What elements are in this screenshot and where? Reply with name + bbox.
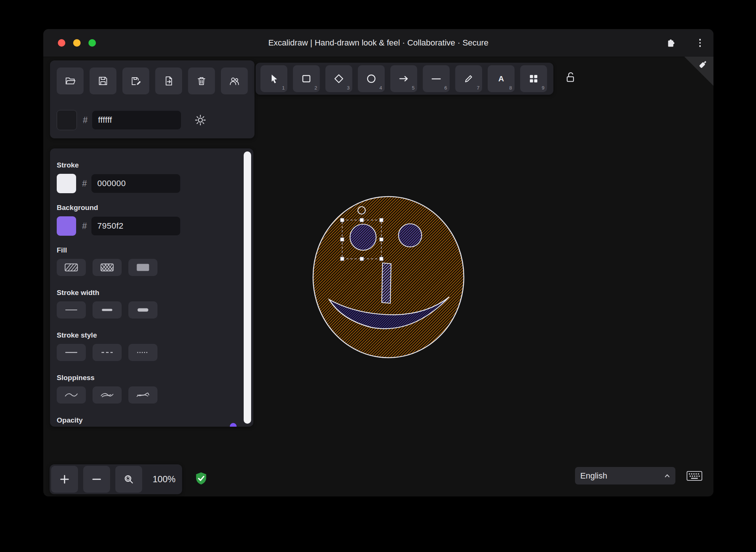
export-file-icon — [163, 75, 174, 87]
architect-squiggle-icon — [64, 390, 79, 400]
fill-options — [57, 259, 228, 276]
arrow-icon — [398, 73, 409, 84]
sloppiness-cartoonist-button[interactable] — [128, 386, 157, 404]
diamond-icon — [333, 73, 344, 84]
extension-puzzle-button[interactable] — [664, 37, 677, 49]
save-as-button[interactable] — [122, 68, 149, 94]
export-button[interactable] — [155, 68, 182, 94]
line-icon — [431, 73, 442, 84]
users-icon — [229, 75, 240, 87]
background-label: Background — [57, 204, 228, 212]
shortcut-label: 6 — [444, 85, 447, 91]
artist-squiggle-icon — [100, 390, 115, 400]
hex-prefix: # — [83, 115, 88, 125]
save-button[interactable] — [90, 68, 116, 94]
sloppiness-artist-button[interactable] — [93, 386, 122, 404]
collaboration-button[interactable] — [221, 68, 248, 94]
thin-line-icon — [64, 305, 79, 315]
zoom-in-button[interactable] — [51, 466, 78, 493]
toolbar-island: 1 2 3 4 — [256, 63, 553, 95]
canvas-settings-button[interactable] — [192, 112, 209, 128]
tool-selection[interactable]: 1 — [260, 65, 287, 92]
hachure-icon — [64, 263, 79, 272]
shortcut-label: 9 — [542, 85, 544, 91]
app-window: Excalidraw | Hand-drawn look & feel · Co… — [43, 29, 713, 496]
fill-hachure-button[interactable] — [57, 259, 86, 276]
rectangle-icon — [301, 73, 312, 84]
stroke-style-solid-button[interactable] — [57, 344, 86, 361]
left-eye[interactable] — [350, 224, 376, 250]
canvas-background-swatch[interactable] — [57, 110, 77, 130]
titlebar: Excalidraw | Hand-drawn look & feel · Co… — [43, 29, 713, 57]
kebab-menu-icon — [699, 39, 701, 47]
smiley-drawing[interactable] — [304, 189, 472, 365]
stroke-width-options — [57, 301, 228, 319]
opacity-slider-thumb[interactable] — [230, 423, 237, 427]
language-select[interactable]: English — [575, 467, 675, 484]
zoom-out-button[interactable] — [83, 466, 110, 493]
minus-icon — [91, 474, 102, 484]
panel-scrollbar[interactable] — [244, 151, 251, 424]
sloppiness-options — [57, 386, 228, 404]
sloppiness-label: Sloppiness — [57, 374, 228, 382]
tool-arrow[interactable]: 5 — [390, 65, 417, 92]
tool-rectangle[interactable]: 2 — [293, 65, 320, 92]
tool-ellipse[interactable]: 4 — [358, 65, 385, 92]
clear-canvas-button[interactable] — [188, 68, 215, 94]
shortcut-label: 2 — [315, 85, 317, 91]
sun-icon — [194, 114, 207, 126]
properties-panel: Stroke # Background # Fill — [50, 148, 253, 427]
stroke-color-swatch[interactable] — [57, 174, 76, 193]
pencil-icon — [463, 73, 474, 84]
tool-line[interactable]: 6 — [423, 65, 450, 92]
sloppiness-architect-button[interactable] — [57, 386, 86, 404]
save-as-pencil-icon — [130, 75, 141, 87]
open-button[interactable] — [57, 68, 84, 94]
magnifier-reset-icon — [123, 474, 134, 485]
tool-shapes[interactable]: 9 — [520, 65, 547, 92]
stroke-width-extra-bold-button[interactable] — [128, 301, 157, 319]
stroke-width-bold-button[interactable] — [93, 301, 122, 319]
language-value: English — [580, 471, 664, 481]
stroke-hex-input[interactable] — [91, 174, 180, 193]
text-icon: A — [496, 73, 507, 84]
chevron-up-icon — [664, 474, 670, 478]
fill-label: Fill — [57, 246, 228, 254]
cartoonist-squiggle-icon — [135, 390, 150, 400]
stroke-style-dashed-button[interactable] — [93, 344, 122, 361]
hex-prefix: # — [82, 179, 87, 189]
window-title: Excalidraw | Hand-drawn look & feel · Co… — [43, 29, 713, 57]
shortcut-label: 4 — [379, 85, 382, 91]
stroke-color-row: # — [57, 174, 228, 193]
nose-rectangle[interactable] — [382, 263, 391, 303]
background-hex-input[interactable] — [91, 217, 180, 235]
folder-open-icon — [65, 75, 76, 87]
tool-diamond[interactable]: 3 — [325, 65, 352, 92]
reset-zoom-button[interactable] — [115, 466, 142, 493]
keyboard-shortcuts-button[interactable] — [686, 469, 703, 483]
svg-text:A: A — [498, 74, 504, 83]
stroke-width-label: Stroke width — [57, 289, 228, 297]
stroke-style-options — [57, 344, 228, 361]
shortcut-label: 1 — [282, 85, 285, 91]
canvas-background-hex-input[interactable] — [92, 111, 181, 129]
tool-draw[interactable]: 7 — [455, 65, 482, 92]
tool-text[interactable]: A 8 — [488, 65, 515, 92]
opacity-label: Opacity — [57, 416, 228, 424]
stroke-style-dotted-button[interactable] — [128, 344, 157, 361]
shapes-grid-icon — [528, 73, 539, 84]
lock-toggle-button[interactable] — [558, 65, 583, 90]
zoom-island: 100% — [50, 464, 182, 494]
right-eye[interactable] — [399, 224, 422, 247]
encryption-shield-icon[interactable] — [194, 471, 208, 486]
dotted-stroke-icon — [135, 348, 150, 357]
fill-cross-hatch-button[interactable] — [93, 259, 122, 276]
unlocked-padlock-icon — [564, 71, 577, 84]
stroke-width-thin-button[interactable] — [57, 301, 86, 319]
background-color-swatch[interactable] — [57, 216, 76, 236]
menu-button[interactable] — [694, 37, 706, 49]
fill-solid-button[interactable] — [128, 259, 157, 276]
bold-line-icon — [100, 305, 115, 315]
dashed-stroke-icon — [100, 348, 115, 357]
shortcut-label: 8 — [509, 85, 512, 91]
